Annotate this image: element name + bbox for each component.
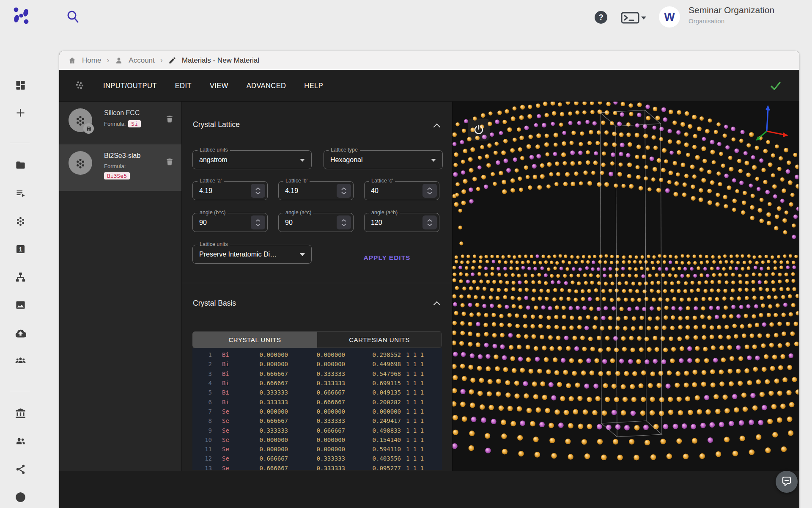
menu-edit[interactable]: EDIT [175, 82, 192, 90]
lattice-b-input[interactable]: Lattice 'b' 4.19 [278, 181, 354, 200]
atom-row[interactable]: 11Se0.0000000.0000000.5941101 1 1 [192, 444, 442, 454]
playlist-icon[interactable] [15, 188, 26, 199]
field-label: Lattice 'c' [369, 178, 395, 184]
molecule-icon[interactable] [15, 215, 26, 227]
chat-icon[interactable] [776, 471, 798, 493]
atom-row[interactable]: 13Se0.6666670.3333330.0952771 1 1 [192, 464, 442, 470]
account-icon [115, 56, 123, 65]
atom-row[interactable]: 8Se0.6666670.3333330.2494171 1 1 [192, 416, 442, 425]
breadcrumb-current: Materials - New Material [182, 56, 259, 65]
menu-help[interactable]: HELP [304, 82, 323, 90]
atom-row[interactable]: 3Bi0.6666670.3333330.5479681 1 1 [192, 369, 442, 378]
field-label: Lattice units [198, 241, 230, 247]
saved-badge-icon [83, 123, 94, 134]
atom-row[interactable]: 7Se0.0000000.0000000.0000001 1 1 [192, 407, 442, 416]
molecule-icon [74, 80, 85, 91]
edit-units-select[interactable]: Lattice units Preserve Interatomic Di… [192, 245, 312, 264]
svg-text:1: 1 [19, 246, 22, 253]
cloud-upload-icon[interactable] [15, 327, 26, 339]
menu-view[interactable]: VIEW [210, 82, 228, 90]
workflow-icon[interactable] [15, 271, 26, 283]
folder-icon[interactable] [15, 160, 26, 171]
breadcrumb-home[interactable]: Home [82, 56, 101, 65]
atom-row[interactable]: 6Bi0.3333330.6666670.2002821 1 1 [192, 397, 442, 406]
atom-row[interactable]: 12Se0.6666670.3333330.4035561 1 1 [192, 454, 442, 463]
angle-alpha-input[interactable]: angle (b^c) 90 [192, 213, 268, 232]
atom-row[interactable]: 1Bi0.0000000.0000000.2985521 1 1 [192, 350, 442, 359]
number-stepper[interactable] [337, 215, 351, 229]
angle-beta-input[interactable]: angle (a^c) 90 [278, 213, 354, 232]
basis-units-tabs: CRYSTAL UNITS CARTESIAN UNITS [192, 331, 442, 348]
lattice-a-input[interactable]: Lattice 'a' 4.19 [192, 181, 268, 200]
material-item-silicon-fcc[interactable]: Silicon FCC Formula:Si [59, 102, 181, 144]
team-icon[interactable] [15, 355, 26, 367]
section-title-crystal-lattice: Crystal Lattice [193, 120, 240, 129]
dashboard-icon[interactable] [15, 80, 26, 91]
tab-cartesian-units[interactable]: CARTESIAN UNITS [317, 331, 442, 348]
angle-gamma-input[interactable]: angle (a^b) 120 [364, 213, 439, 232]
breadcrumb-account[interactable]: Account [129, 56, 154, 65]
field-label: Lattice 'a' [198, 178, 224, 184]
atom-row[interactable]: 5Bi0.3333330.6666670.0491351 1 1 [192, 388, 442, 397]
formula-label: Formula: [104, 121, 126, 127]
materials-list-panel: Silicon FCC Formula:Si Bi2Se3-slab Formu… [59, 102, 182, 471]
brand-logo-icon[interactable] [12, 6, 30, 25]
edit-pencil-icon [168, 56, 176, 64]
formula-badge: Bi3Se5 [104, 172, 130, 179]
material-item-bi2se3-slab[interactable]: Bi2Se3-slab Formula: Bi3Se5 [59, 144, 181, 191]
lattice-units-select[interactable]: Lattice units angstrom [192, 150, 312, 169]
material-avatar [69, 151, 92, 175]
collapse-chevron-icon[interactable] [433, 301, 441, 306]
number-stepper[interactable] [422, 184, 437, 198]
number-stepper[interactable] [422, 215, 437, 229]
material-avatar [69, 108, 92, 132]
field-label: Lattice 'b' [283, 178, 310, 184]
search-icon[interactable] [66, 9, 81, 25]
section-divider [182, 283, 453, 283]
crystal-form-panel: Crystal Lattice Lattice units angstrom L… [182, 102, 453, 471]
power-icon[interactable] [468, 119, 490, 141]
atom-row[interactable]: 2Bi0.0000000.0000000.4496981 1 1 [192, 359, 442, 369]
dropdown-caret-icon [300, 159, 305, 162]
number-stepper[interactable] [337, 184, 351, 198]
collapse-chevron-icon[interactable] [433, 123, 441, 128]
delete-material-icon[interactable] [165, 114, 174, 124]
section-title-crystal-basis: Crystal Basis [193, 299, 236, 308]
terminal-icon[interactable] [621, 12, 647, 24]
lattice-c-input[interactable]: Lattice 'c' 40 [364, 181, 439, 200]
atom-row[interactable]: 4Bi0.6666670.3333330.6991151 1 1 [192, 378, 442, 388]
atom-row[interactable]: 9Se0.3333330.6666670.4988331 1 1 [192, 425, 442, 435]
help-icon[interactable]: ? [595, 11, 607, 24]
number-stepper[interactable] [251, 184, 265, 198]
lattice-type-select[interactable]: Lattice type Hexagonal [324, 150, 443, 169]
basis-coordinates-editor[interactable]: 1Bi0.0000000.0000000.2985521 1 12Bi0.000… [192, 348, 442, 470]
tab-crystal-units[interactable]: CRYSTAL UNITS [192, 331, 317, 348]
unit-cell-1-icon[interactable]: 1 [15, 243, 26, 255]
axes-gizmo[interactable] [750, 102, 790, 145]
field-label: Lattice type [329, 147, 360, 153]
delete-material-icon[interactable] [165, 157, 174, 166]
materials-designer-window: Home › Account › Materials - New Materia… [59, 51, 799, 508]
dropdown-caret-icon [300, 253, 305, 256]
atoms-canvas[interactable] [453, 102, 798, 471]
globe-icon[interactable] [15, 491, 26, 503]
field-label: angle (b^c) [198, 210, 228, 215]
menu-input-output[interactable]: INPUT/OUTPUT [103, 82, 157, 90]
add-icon[interactable] [15, 107, 26, 119]
check-icon[interactable] [770, 80, 782, 92]
user-avatar[interactable]: W [659, 6, 680, 28]
atom-row[interactable]: 10Se0.0000000.0000000.1541401 1 1 [192, 435, 442, 444]
image-icon[interactable] [15, 299, 26, 311]
apply-edits-button[interactable]: APPLY EDITS [351, 251, 423, 265]
bank-icon[interactable] [15, 408, 26, 419]
number-stepper[interactable] [251, 215, 265, 229]
field-value: Preserve Interatomic Di… [193, 245, 290, 263]
formula-label: Formula: [104, 163, 140, 169]
top-app-bar: ? W Seminar Organization Organisation [0, 0, 812, 36]
sidebar-divider [10, 143, 30, 143]
users-icon[interactable] [15, 436, 26, 447]
viewer-3d[interactable] [453, 102, 799, 471]
material-name: Silicon FCC [104, 109, 141, 117]
share-icon[interactable] [15, 464, 26, 475]
menu-advanced[interactable]: ADVANCED [247, 82, 286, 90]
